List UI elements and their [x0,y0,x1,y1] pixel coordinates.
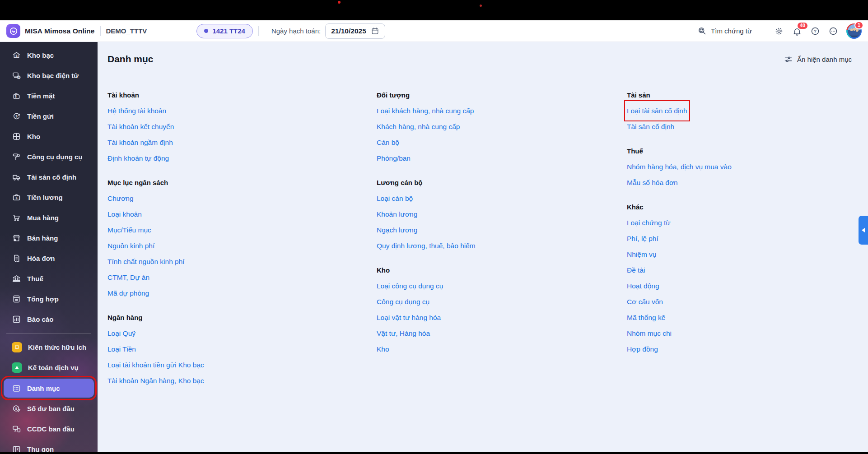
toggle-categories-button[interactable]: Ẩn hiện danh mục [784,55,852,64]
sidebar-item-label: Tiền mặt [27,92,55,100]
menu-section: Khác Loại chứng từPhí, lệ phíNhiệm vụĐề … [627,199,852,357]
menu-link[interactable]: Khách hàng, nhà cung cấp [377,119,460,134]
header-divider [100,26,101,36]
user-avatar[interactable]: 1 [846,23,862,39]
sidebar-item-tien-luong[interactable]: $ Tiền lương [4,187,94,208]
gear-icon[interactable] [771,23,787,39]
menu-link[interactable]: Vật tư, Hàng hóa [377,325,430,341]
sidebar-item-danh-muc[interactable]: Danh mục [4,379,94,398]
menu-link[interactable]: Loại Tiền [107,341,136,357]
posting-date-value: 21/10/2025 [331,27,366,35]
help-icon[interactable]: ? [807,23,823,39]
briefcase-icon: $ [12,193,21,202]
bank-icon [12,274,21,283]
sidebar-item-ccdc-ban-dau[interactable]: CCDC ban đầu [4,419,94,439]
menu-link[interactable]: Tài khoản kết chuyển [107,119,174,134]
menu-link[interactable]: Loại tài sản cố định [627,103,687,119]
menu-link[interactable]: Mẫu số hóa đơn [627,175,678,190]
menu-link[interactable]: Loại khoản [107,206,142,222]
misa-logo-icon[interactable] [6,24,20,38]
more-options-icon[interactable] [826,23,841,39]
menu-link[interactable]: Đề tài [627,262,645,278]
menu-link[interactable]: CTMT, Dự án [107,269,149,285]
section-heading: Đối tượng [377,87,627,103]
sidebar-item-mua-hang[interactable]: Mua hàng [4,208,94,228]
menu-link[interactable]: Loại khách hàng, nhà cung cấp [377,103,474,119]
sidebar-item-kien-thuc-huu-ich[interactable]: Kiến thức hữu ích [4,337,94,357]
menu-column-3: Tài sản Loại tài sản cố địnhTài sản cố đ… [627,87,852,389]
sidebar-item-kho[interactable]: Kho [4,126,94,147]
calendar-icon [371,27,379,35]
expand-panel-tab[interactable] [859,216,868,245]
menu-link[interactable]: Mã thống kê [627,310,665,325]
sidebar-item-tien-gui[interactable]: $ Tiền gửi [4,106,94,126]
section-heading: Tài sản [627,87,852,103]
menu-link[interactable]: Tài sản cố định [627,119,674,134]
menu-link[interactable]: Phòng/ban [377,150,411,166]
menu-link[interactable]: Nhiệm vụ [627,246,656,262]
menu-link[interactable]: Nhóm hàng hóa, dịch vụ mua vào [627,159,732,175]
sidebar-item-label: Kế toán dịch vụ [28,364,79,371]
menu-link[interactable]: Nhóm mục chi [627,325,672,341]
section-heading: Khác [627,199,852,215]
menu-link[interactable]: Cơ cấu vốn [627,294,663,310]
menu-section: Thuế Nhóm hàng hóa, dịch vụ mua vàoMẫu s… [627,143,852,190]
sidebar-item-label: Tài sản cố định [27,173,76,181]
posting-date-input[interactable]: 21/10/2025 [325,23,385,39]
menu-link[interactable]: Tài khoản Ngân hàng, Kho bạc [107,373,204,389]
sidebar-item-kho-bac-dien-tu[interactable]: $ Kho bạc điện tử [4,65,94,86]
menu-link[interactable]: Loại vật tư hàng hóa [377,310,441,325]
tools-icon [12,152,21,162]
notification-count-badge: 40 [797,22,808,30]
menu-link[interactable]: Chương [107,190,134,206]
cart-icon [12,213,21,222]
menu-link[interactable]: Định khoản tự động [107,150,169,166]
search-voucher-button[interactable]: Tìm chứng từ [695,24,755,37]
menu-link[interactable]: Mã dự phòng [107,285,149,301]
sidebar-item-bao-cao[interactable]: Báo cáo [4,309,94,329]
sidebar-item-ke-toan-dich-vu[interactable]: Kế toán dịch vụ [4,357,94,378]
sidebar-item-hoa-don[interactable]: Hóa đơn [4,248,94,269]
menu-link[interactable]: Ngạch lương [377,222,417,238]
sidebar-item-so-du-ban-dau[interactable]: $ Số dư ban đầu [4,398,94,419]
menu-section: Lương cán bộ Loại cán bộKhoản lươngNgạch… [377,175,627,254]
fiscal-badge[interactable]: 1421 TT24 [196,24,253,38]
menu-link[interactable]: Tài khoản ngầm định [107,134,173,150]
menu-link[interactable]: Loại tài khoản tiền gửi Kho bạc [107,357,204,373]
menu-section: Ngân hàng Loại QuỹLoại TiềnLoại tài khoả… [107,310,377,389]
sidebar-item-ban-hang[interactable]: Bán hàng [4,228,94,248]
menu-link[interactable]: Hoạt động [627,278,659,294]
sliders-icon [784,55,793,64]
menu-link[interactable]: Quy định lương, thuế, bảo hiểm [377,238,476,254]
menu-link[interactable]: Tính chất nguồn kinh phí [107,254,185,269]
menu-link[interactable]: Mục/Tiểu mục [107,222,151,238]
sidebar-item-label: Số dư ban đầu [27,405,75,412]
menu-link[interactable]: Kho [377,341,389,357]
search-label: Tìm chứng từ [711,27,752,35]
warehouse-icon [12,132,21,141]
menu-link[interactable]: Nguồn kinh phí [107,238,154,254]
menu-link[interactable]: Cán bộ [377,134,399,150]
menu-link[interactable]: Phí, lệ phí [627,231,658,246]
sidebar-item-tai-san-co-dinh[interactable]: Tài sản cố định [4,167,94,187]
menu-link[interactable]: Loại Quỹ [107,325,135,341]
menu-link[interactable]: Loại cán bộ [377,190,413,206]
sidebar-item-label: Tổng hợp [27,295,59,303]
sidebar-item-thue[interactable]: Thuế [4,269,94,289]
menu-link[interactable]: Khoản lương [377,206,417,222]
menu-link[interactable]: Công cụ dụng cụ [377,294,429,310]
menu-column-2: Đối tượng Loại khách hàng, nhà cung cấpK… [377,87,627,389]
menu-link[interactable]: Hệ thống tài khoản [107,103,166,119]
menu-link[interactable]: Hợp đồng [627,341,658,357]
sidebar-item-label: Danh mục [27,385,60,392]
screen-bottom-black-bar [0,452,868,454]
menu-link[interactable]: Loại chứng từ [627,215,671,231]
sidebar-item-kho-bac[interactable]: $ Kho bạc [4,45,94,65]
header-divider [258,26,259,36]
sidebar-item-tien-mat[interactable]: $ Tiền mặt [4,86,94,106]
toggle-categories-label: Ẩn hiện danh mục [797,56,852,63]
sidebar-item-tong-hop[interactable]: Tổng hợp [4,289,94,309]
bell-icon[interactable]: 40 [789,23,805,39]
sidebar-item-cong-cu-dung-cu[interactable]: Công cụ dụng cụ [4,147,94,167]
menu-link[interactable]: Loại công cụ dụng cụ [377,278,443,294]
